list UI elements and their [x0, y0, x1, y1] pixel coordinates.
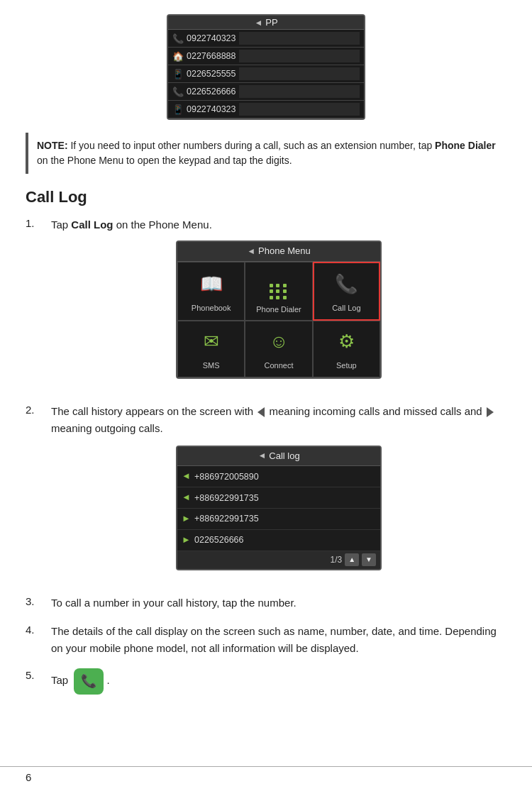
calllog-icon: 📞	[335, 270, 358, 299]
menu-cell-setup-label: Setup	[336, 360, 357, 372]
step-5-content: Tap 📞 .	[51, 668, 506, 695]
pp-row4-right	[239, 85, 360, 98]
note-text1: If you need to input other numbers durin…	[70, 140, 435, 151]
calllog-next-btn[interactable]: ▼	[362, 553, 376, 566]
step-1-text-after: on the Phone Menu.	[113, 219, 212, 231]
step-1-content: Tap Call Log on the Phone Menu. ◄ Phone …	[51, 216, 506, 392]
phone-menu-grid: 📖 Phonebook	[177, 262, 380, 377]
calllog-row3-arrow: ►	[182, 512, 194, 526]
calllog-row1-arrow: ◄	[182, 469, 194, 484]
calllog-title-text: Call log	[269, 449, 299, 464]
calllog-row-1[interactable]: ◄ +886972005890	[177, 466, 380, 487]
step-3: 3. To call a number in your call history…	[26, 595, 506, 612]
dialer-icon	[270, 268, 288, 301]
phonebook-icon: 📖	[200, 270, 223, 299]
call-phone-icon: 📞	[81, 674, 96, 688]
pp-contact-row-1: 📞 0922740323	[168, 30, 364, 48]
pp-contact-row-5: 📱 0922740323	[168, 101, 364, 118]
step-2-num: 2.	[26, 403, 43, 416]
pp-row5-right	[239, 103, 360, 116]
calllog-page: 1/3	[331, 553, 343, 567]
step-4: 4. The details of the call display on th…	[26, 623, 506, 657]
step-1-text-before: Tap	[51, 219, 71, 231]
step-1-num: 1.	[26, 216, 43, 229]
note-box: NOTE: If you need to input other numbers…	[26, 133, 506, 174]
menu-cell-connect[interactable]: ☺ Connect	[245, 321, 312, 377]
setup-icon: ⚙	[338, 327, 355, 357]
phone-menu-title-text: Phone Menu	[258, 244, 311, 259]
calllog-title: ◄ Call log	[177, 447, 380, 467]
calllog-prev-btn[interactable]: ▲	[345, 553, 359, 566]
calllog-footer: 1/3 ▲ ▼	[177, 551, 380, 569]
page-number: 6	[26, 771, 31, 783]
calllog-row-3[interactable]: ► +886922991735	[177, 509, 380, 530]
step-2: 2. The call history appears on the scree…	[26, 403, 506, 583]
calllog-row3-number: +886922991735	[194, 512, 259, 526]
step-5: 5. Tap 📞 .	[26, 668, 506, 695]
connect-icon: ☺	[270, 327, 289, 357]
pp-row2-number: 0227668888	[187, 51, 236, 61]
menu-cell-calllog-label: Call Log	[332, 302, 360, 315]
calllog-row-4[interactable]: ► 0226526666	[177, 530, 380, 551]
step-1-bold: Call Log	[71, 219, 113, 231]
phone-menu-back-arrow: ◄	[247, 245, 255, 258]
menu-cell-sms[interactable]: ✉ SMS	[177, 321, 245, 377]
menu-cell-connect-label: Connect	[265, 360, 294, 372]
pp-row1-number: 0922740323	[187, 33, 236, 43]
pp-row5-number: 0922740323	[187, 104, 236, 114]
section-heading: Call Log	[26, 188, 506, 206]
menu-cell-dialer-label: Phone Dialer	[256, 304, 301, 316]
phone-menu-title: ◄ Phone Menu	[177, 242, 380, 262]
calllog-row2-number: +886922991735	[194, 491, 259, 505]
green-call-button[interactable]: 📞	[74, 668, 104, 695]
calllog-row-2[interactable]: ◄ +886922991735	[177, 487, 380, 509]
pp-row4-icon: 📞	[172, 87, 187, 97]
note-bold: Phone Dialer	[435, 140, 496, 151]
menu-cell-setup[interactable]: ⚙ Setup	[313, 321, 380, 377]
calllog-row2-arrow: ◄	[182, 490, 194, 505]
pp-row4-number: 0226526666	[187, 87, 236, 96]
pp-row5-icon: 📱	[172, 104, 187, 115]
menu-cell-phonebook[interactable]: 📖 Phonebook	[177, 262, 245, 321]
pp-contact-row-3: 📱 0226525555	[168, 65, 364, 83]
step-2-end: meaning outgoing calls.	[51, 422, 163, 434]
step-5-num: 5.	[26, 668, 43, 681]
phone-menu-screen: ◄ Phone Menu 📖 Phonebook	[176, 241, 382, 379]
calllog-screen: ◄ Call log ◄ +886972005890 ◄ +8869229917…	[176, 446, 382, 570]
pp-row2-icon: 🏠	[172, 51, 187, 62]
pp-row1-right	[239, 32, 360, 45]
note-label: NOTE:	[37, 140, 68, 151]
step-3-text: To call a number in your call history, t…	[51, 597, 297, 609]
menu-cell-calllog[interactable]: 📞 Call Log	[313, 262, 380, 321]
calllog-row4-arrow: ►	[182, 533, 194, 548]
pp-contact-row-4: 📞 0226526666	[168, 83, 364, 101]
step-5-text-before: Tap	[51, 674, 68, 686]
step-5-text-after: .	[107, 674, 110, 686]
menu-cell-phonebook-label: Phonebook	[192, 302, 231, 315]
step-2-mid: meaning incoming calls and missed calls …	[270, 405, 482, 417]
pp-row3-icon: 📱	[172, 69, 187, 79]
pp-row1-icon: 📞	[172, 33, 187, 44]
pp-title-bar: ◄ PP	[168, 16, 364, 30]
calllog-row4-number: 0226526666	[194, 533, 244, 547]
step-3-content: To call a number in your call history, t…	[51, 595, 506, 612]
calllog-row1-number: +886972005890	[194, 470, 259, 484]
menu-cell-sms-label: SMS	[203, 360, 220, 372]
pp-screen: ◄ PP 📞 0922740323 🏠 0227668888 📱 0226525…	[167, 14, 365, 120]
step-4-content: The details of the call display on the s…	[51, 623, 506, 657]
outgoing-arrow-icon	[487, 407, 494, 417]
incoming-arrow-icon	[257, 407, 265, 417]
step-4-num: 4.	[26, 623, 43, 636]
pp-contact-row-2: 🏠 0227668888	[168, 48, 364, 65]
pp-back-arrow: ◄	[254, 18, 262, 28]
pp-row3-right	[239, 67, 360, 80]
step-1: 1. Tap Call Log on the Phone Menu. ◄ Pho…	[26, 216, 506, 392]
pp-row2-right	[239, 50, 360, 62]
menu-cell-dialer[interactable]: Phone Dialer	[245, 262, 312, 321]
sms-icon: ✉	[204, 327, 219, 357]
note-text2: on the Phone Menu to open the keypad and…	[37, 155, 292, 166]
step-4-text: The details of the call display on the s…	[51, 625, 497, 654]
pp-row3-number: 0226525555	[187, 69, 236, 79]
calllog-back-arrow: ◄	[257, 449, 266, 463]
pp-title-text: PP	[265, 17, 277, 28]
